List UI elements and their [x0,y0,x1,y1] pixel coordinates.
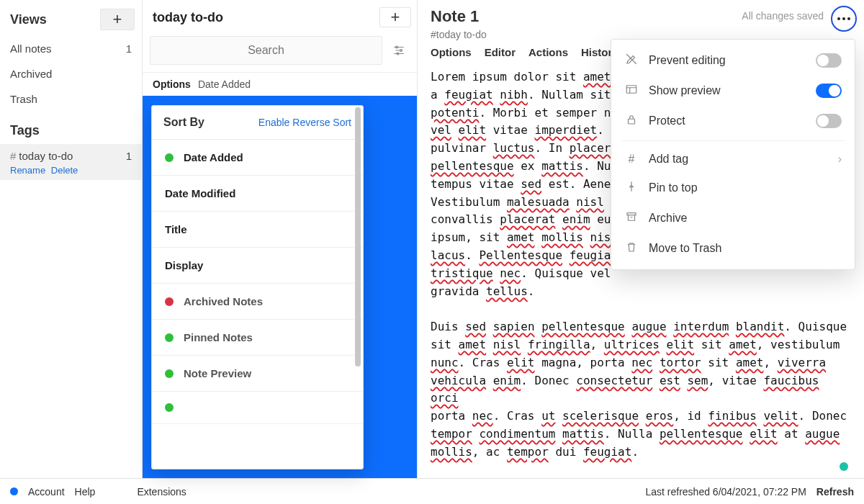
notes-list-column: today to-do + Options Date Added Sort By… [143,0,418,478]
options-value: Date Added [198,78,251,90]
save-status: All changes saved [742,7,824,22]
tag-count: 1 [126,150,132,162]
views-sidebar: Views + All notes 1 Archived Trash Tags … [0,0,143,478]
tab-editor[interactable]: Editor [485,46,516,58]
presence-indicator [840,462,848,471]
view-archived[interactable]: Archived [0,61,142,86]
sort-date-modified[interactable]: Date Modified [152,176,363,212]
filter-icon[interactable] [388,40,410,61]
display-section: Display [152,248,363,284]
dot-icon [165,369,174,378]
pin-icon [624,180,639,196]
lock-icon [624,113,639,129]
view-label: Archived [10,68,52,80]
dot-icon [165,297,174,306]
menu-archive[interactable]: Archive [611,203,855,233]
sort-popup: Sort By Enable Reverse Sort Date Added D… [151,105,364,469]
help-button[interactable]: Help [75,486,96,498]
view-trash[interactable]: Trash [0,86,142,112]
menu-protect[interactable]: Protect [611,106,855,136]
tab-actions[interactable]: Actions [528,46,568,58]
extensions-button[interactable]: Extensions [137,486,186,498]
dot-icon [165,153,174,162]
tag-item[interactable]: #today to-do 1 Rename Delete [0,144,142,180]
view-count: 1 [126,42,132,55]
sort-title[interactable]: Title [152,212,363,248]
add-note-button[interactable]: + [379,7,411,27]
footer: Account Help Extensions Last refreshed 6… [0,478,864,504]
svg-rect-5 [627,213,636,215]
view-label: Trash [10,93,37,105]
more-menu: Prevent editing Show preview Protect # A… [611,39,855,270]
svg-rect-4 [629,119,635,124]
toggle[interactable] [816,84,842,98]
menu-show-preview[interactable]: Show preview [611,76,855,106]
hash-icon: # [10,150,16,162]
preview-icon [624,83,639,99]
display-more[interactable] [152,392,363,424]
list-options-row[interactable]: Options Date Added [143,72,417,96]
dot-icon [165,403,174,412]
toggle[interactable] [816,53,842,68]
toggle[interactable] [816,114,842,128]
display-pinned[interactable]: Pinned Notes [152,320,363,356]
view-label: All notes [10,42,52,55]
last-refreshed: Last refreshed 6/04/2021, 07:22 PM [645,486,806,498]
search-input[interactable] [150,36,382,65]
menu-add-tag[interactable]: # Add tag › [611,145,855,173]
refresh-button[interactable]: Refresh [816,486,854,498]
svg-rect-3 [626,86,636,94]
options-label: Options [153,78,191,90]
account-button[interactable]: Account [28,486,65,498]
add-view-button[interactable]: + [100,9,135,30]
list-title: today to-do [153,10,223,25]
note-title[interactable]: Note 1 [431,7,479,26]
hash-icon: # [624,153,639,166]
more-button[interactable] [831,6,857,32]
enable-reverse-sort-button[interactable]: Enable Reverse Sort [258,117,351,128]
dot-icon [165,333,174,342]
tags-header: Tags [0,112,142,144]
tag-delete-button[interactable]: Delete [51,165,78,176]
display-archived[interactable]: Archived Notes [152,284,363,320]
menu-trash[interactable]: Move to Trash [611,233,855,264]
views-header: Views [10,12,47,27]
chevron-right-icon: › [838,153,842,166]
sort-date-added[interactable]: Date Added [152,140,363,176]
menu-pin[interactable]: Pin to top [611,173,855,203]
display-preview[interactable]: Note Preview [152,356,363,392]
status-dot-icon [10,487,18,495]
scrollbar[interactable] [354,107,361,467]
view-all-notes[interactable]: All notes 1 [0,36,142,61]
trash-icon [624,240,639,256]
tag-rename-button[interactable]: Rename [10,165,45,176]
tab-options[interactable]: Options [431,46,472,58]
archive-icon [624,210,639,226]
sort-title: Sort By [163,116,204,129]
pencil-off-icon [624,53,639,68]
tag-label: today to-do [19,150,73,162]
menu-prevent-editing[interactable]: Prevent editing [611,45,855,76]
note-editor-column: Note 1 All changes saved #today to-do Op… [418,0,864,478]
